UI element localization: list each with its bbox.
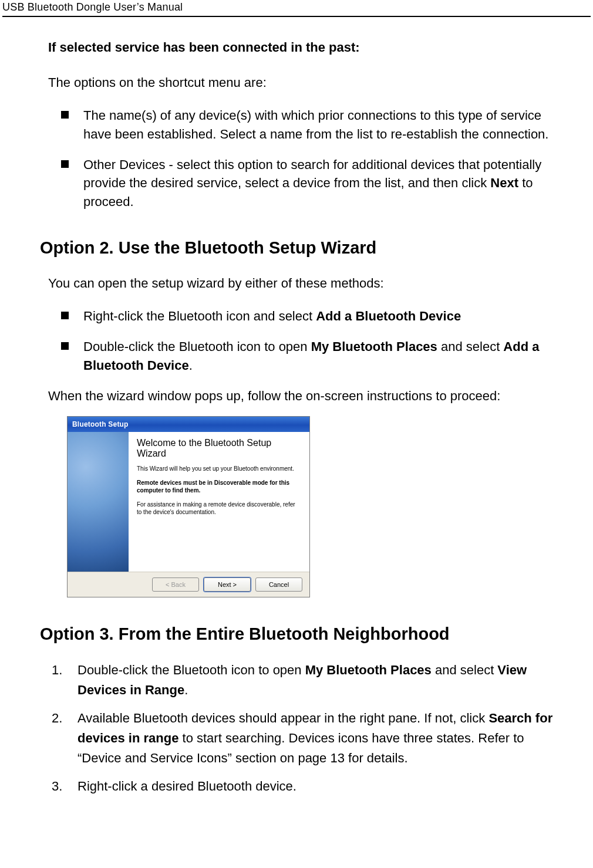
list-text: The name(s) of any device(s) with which … [83, 108, 548, 141]
wizard-heading: Welcome to the Bluetooth Setup Wizard [137, 438, 301, 460]
list-bold: My Bluetooth Places [311, 339, 437, 354]
list-item: The name(s) of any device(s) with which … [61, 106, 553, 144]
list-item: Other Devices - select this option to se… [61, 156, 553, 212]
option2-after: When the wizard window pops up, follow t… [48, 387, 553, 406]
list-bold: Next [490, 175, 518, 190]
list-item: Double-click the Bluetooth icon to open … [52, 660, 553, 700]
wizard-title: Bluetooth Setup [72, 420, 129, 428]
cancel-button[interactable]: Cancel [255, 577, 302, 592]
list-text: and select [437, 339, 504, 354]
wizard-dialog: Bluetooth Setup Welcome to the Bluetooth… [67, 416, 310, 597]
list-item: Right-click a desired Bluetooth device. [52, 776, 553, 796]
running-header: USB Bluetooth Dongle User’s Manual [2, 0, 591, 17]
wizard-side-graphic [68, 432, 129, 572]
wizard-content: Welcome to the Bluetooth Setup Wizard Th… [129, 432, 309, 572]
list-item: Right-click the Bluetooth icon and selec… [61, 307, 553, 326]
option2-heading: Option 2. Use the Bluetooth Setup Wizard [40, 238, 553, 258]
list-text: Double-click the Bluetooth icon to open [83, 339, 311, 354]
list-item: Available Bluetooth devices should appea… [52, 708, 553, 768]
option3-heading: Option 3. From the Entire Bluetooth Neig… [40, 624, 553, 644]
next-button[interactable]: Next > [204, 577, 251, 592]
list-item: Double-click the Bluetooth icon to open … [61, 337, 553, 375]
past-list: The name(s) of any device(s) with which … [61, 106, 553, 211]
list-text: Available Bluetooth devices should appea… [78, 711, 488, 725]
list-bold: My Bluetooth Places [305, 663, 432, 677]
list-text: . [184, 683, 188, 697]
back-button[interactable]: < Back [152, 577, 199, 592]
wizard-body: Welcome to the Bluetooth Setup Wizard Th… [68, 432, 309, 572]
wizard-paragraph: For assistance in making a remote device… [137, 501, 301, 516]
list-text: Right-click a desired Bluetooth device. [78, 779, 296, 793]
option2-intro: You can open the setup wizard by either … [48, 274, 553, 293]
list-bold: Add a Bluetooth Device [316, 309, 461, 323]
past-heading: If selected service has been connected i… [48, 38, 553, 57]
option3-list: Double-click the Bluetooth icon to open … [52, 660, 553, 797]
list-text: . [189, 358, 193, 373]
list-text: Other Devices - select this option to se… [83, 157, 541, 191]
wizard-paragraph: This Wizard will help you set up your Bl… [137, 465, 301, 473]
list-text: Double-click the Bluetooth icon to open [78, 663, 305, 677]
option2-list: Right-click the Bluetooth icon and selec… [61, 307, 553, 375]
past-intro: The options on the shortcut menu are: [48, 73, 553, 92]
wizard-paragraph-bold: Remote devices must be in Discoverable m… [137, 479, 301, 495]
wizard-footer: < Back Next > Cancel [68, 572, 309, 597]
list-text: Right-click the Bluetooth icon and selec… [83, 309, 316, 323]
wizard-titlebar: Bluetooth Setup [68, 417, 309, 432]
list-text: and select [432, 663, 498, 677]
